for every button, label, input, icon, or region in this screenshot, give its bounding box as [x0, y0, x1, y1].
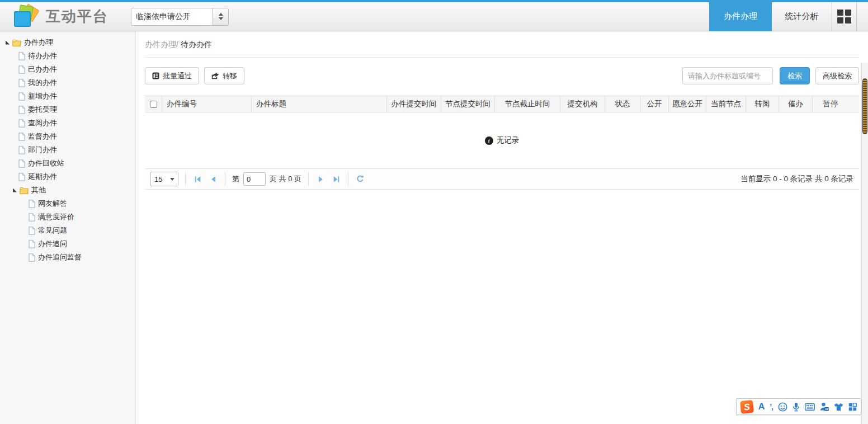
tree-item-my-cases[interactable]: 我的办件 [6, 76, 135, 89]
combo-stepper-icon[interactable] [213, 8, 228, 25]
batch-approve-label: 批量通过 [163, 71, 192, 81]
tree-item-case-followup-supervision[interactable]: 办件追问监督 [6, 251, 135, 264]
site-selector[interactable]: 临淄依申请公开 [131, 8, 229, 26]
column-forward-read[interactable]: 转阅 [746, 96, 779, 112]
tree-item-pending-cases[interactable]: 待办办件 [6, 49, 135, 63]
expanded-triangle-icon[interactable] [13, 189, 17, 192]
tree-item-label: 满意度评价 [38, 212, 74, 222]
tree-folder-label: 办件办理 [24, 37, 53, 48]
ime-punctuation-icon[interactable]: ’, [770, 402, 773, 411]
tree-folder-case-handling[interactable]: 办件办理 [6, 36, 135, 49]
tree-item-new-case[interactable]: 新增办件 [6, 89, 135, 103]
scrollbar-thumb[interactable] [862, 78, 867, 134]
first-page-button[interactable] [192, 174, 202, 184]
document-icon [18, 92, 25, 101]
app-title: 互动平台 [46, 7, 108, 26]
ime-emoji-icon[interactable] [778, 402, 787, 412]
tree-item-label: 待办办件 [28, 51, 57, 61]
folder-open-icon [20, 186, 29, 194]
record-summary: 当前显示 0 - 0 条记录 共 0 条记录 [740, 174, 853, 184]
breadcrumb-page: 待办办件 [181, 40, 212, 49]
tree-item-faq[interactable]: 常见问题 [6, 224, 135, 237]
tree-item-delayed-cases[interactable]: 延期办件 [6, 170, 135, 183]
document-icon [18, 133, 25, 141]
document-icon [18, 106, 25, 114]
tab-case-handling[interactable]: 办件办理 [709, 2, 772, 31]
ime-skin-shirt-icon[interactable] [834, 403, 843, 411]
expanded-triangle-icon[interactable] [6, 41, 10, 45]
tree-item-case-followup[interactable]: 办件追问 [6, 237, 135, 251]
action-toolbar: 批量通过 转移 检索 高级检索 [145, 67, 859, 84]
tree-item-satisfaction-rating[interactable]: 满意度评价 [6, 210, 135, 224]
sogou-logo-icon[interactable]: S [740, 399, 754, 413]
column-node-deadline[interactable]: 节点截止时间 [494, 96, 560, 112]
tree-item-entrusted-acceptance[interactable]: 委托受理 [6, 103, 135, 116]
up-arrow-icon [219, 13, 223, 16]
tab-statistics[interactable]: 统计分析 [772, 2, 832, 31]
apps-grid-button[interactable] [832, 2, 857, 31]
select-all-cell [145, 96, 162, 112]
table-header-row: 办件编号 办件标题 办件提交时间 节点提交时间 节点截止时间 提交机构 状态 公… [145, 96, 859, 112]
pager-bar: 15 第 页 共 0 页 [145, 168, 859, 190]
prev-page-button[interactable] [208, 174, 218, 184]
tree-item-recycle-bin[interactable]: 办件回收站 [6, 157, 135, 170]
svg-text:19: 19 [825, 407, 828, 411]
column-case-number[interactable]: 办件编号 [162, 96, 251, 112]
tree-folder-other[interactable]: 其他 [6, 183, 135, 197]
share-arrow-icon [211, 72, 219, 79]
last-page-icon [332, 175, 341, 183]
pager-divider [308, 172, 309, 186]
tree-folder-label: 其他 [31, 185, 46, 195]
batch-approve-button[interactable]: 批量通过 [145, 67, 199, 84]
document-icon [18, 173, 25, 181]
page-number-input[interactable] [243, 172, 266, 186]
pager-divider [225, 172, 225, 186]
next-page-button[interactable] [315, 174, 326, 184]
column-public[interactable]: 公开 [640, 96, 668, 112]
ime-letter-mode-icon[interactable]: A [758, 402, 765, 412]
column-urge[interactable]: 催办 [779, 96, 812, 112]
breadcrumb-section: 办件办理/ [145, 40, 178, 49]
tree-item-label: 新增办件 [28, 91, 57, 101]
page-size-select[interactable]: 15 [150, 172, 178, 186]
document-icon [18, 52, 25, 60]
tree-item-label: 委托受理 [28, 105, 57, 115]
tree-item-label: 查阅办件 [28, 118, 57, 128]
journal-icon [152, 72, 159, 79]
tree-item-supervise-cases[interactable]: 监督办件 [6, 130, 135, 143]
app-root: 互动平台 临淄依申请公开 办件办理 统计分析 办 [0, 0, 868, 424]
tree-item-netizen-answers[interactable]: 网友解答 [6, 197, 135, 210]
refresh-icon [356, 175, 365, 183]
column-status[interactable]: 状态 [605, 96, 640, 112]
ime-keyboard-icon[interactable] [805, 403, 815, 411]
ime-account-icon[interactable]: 19 [820, 402, 829, 411]
ime-toolbox-grid-icon[interactable] [848, 403, 857, 411]
search-button[interactable]: 检索 [780, 67, 810, 84]
last-page-button[interactable] [331, 174, 341, 184]
column-submit-org[interactable]: 提交机构 [560, 96, 605, 112]
advanced-search-button[interactable]: 高级检索 [815, 67, 859, 84]
empty-text: 无记录 [497, 135, 520, 145]
refresh-button[interactable] [355, 174, 365, 184]
first-page-icon [194, 175, 202, 183]
tree-item-view-cases[interactable]: 查阅办件 [6, 116, 135, 130]
column-willing-public[interactable]: 愿意公开 [668, 96, 706, 112]
document-icon [18, 159, 25, 168]
vertical-scrollbar[interactable] [861, 63, 868, 424]
column-node-submit-time[interactable]: 节点提交时间 [441, 96, 494, 112]
search-area: 检索 高级检索 [682, 67, 859, 84]
search-input[interactable] [682, 67, 773, 84]
transfer-button[interactable]: 转移 [204, 67, 244, 84]
site-selector-value: 临淄依申请公开 [131, 8, 213, 25]
tree-item-completed-cases[interactable]: 已办办件 [6, 63, 135, 76]
tree-item-label: 延期办件 [28, 172, 57, 182]
column-pause[interactable]: 暂停 [812, 96, 848, 112]
column-case-title[interactable]: 办件标题 [251, 96, 386, 112]
breadcrumb-divider [145, 57, 859, 58]
select-all-checkbox[interactable] [150, 101, 157, 108]
ime-microphone-icon[interactable] [792, 402, 800, 412]
tree-item-department-cases[interactable]: 部门办件 [6, 143, 135, 157]
sidebar-tree: 办件办理 待办办件 已办办件 我的办件 新增办件 委托受理 [0, 31, 136, 424]
column-submit-time[interactable]: 办件提交时间 [386, 96, 441, 112]
column-current-node[interactable]: 当前节点 [706, 96, 746, 112]
